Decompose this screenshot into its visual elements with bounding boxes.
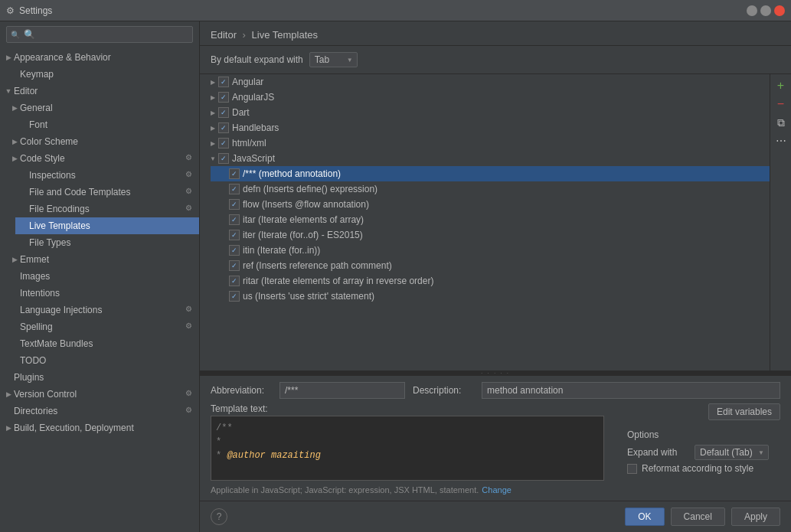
sidebar-item-label: Directories — [14, 406, 57, 416]
group-label: JavaScript — [232, 153, 275, 164]
template-item-flow[interactable]: flow (Inserts @flow annotation) — [211, 197, 770, 212]
item-checkbox[interactable] — [229, 291, 240, 302]
expand-select[interactable]: Tab Enter Space — [309, 52, 358, 67]
sidebar-item-todo[interactable]: TODO — [6, 352, 199, 369]
item-spacer — [218, 214, 229, 225]
sidebar-item-live-templates[interactable]: Live Templates — [15, 217, 199, 234]
sidebar-item-directories[interactable]: Directories ⚙ — [0, 403, 199, 419]
remove-button[interactable]: − — [773, 96, 789, 113]
tree-spacer — [18, 204, 29, 214]
group-label: AngularJS — [232, 92, 274, 103]
group-checkbox[interactable] — [218, 122, 229, 133]
action-buttons: + − ⧉ ⋯ — [770, 74, 791, 370]
sidebar-item-language-injections[interactable]: Language Injections ⚙ — [6, 302, 199, 318]
cancel-button[interactable]: Cancel — [671, 508, 725, 526]
sidebar-item-intentions[interactable]: Intentions — [6, 285, 199, 302]
more-button[interactable]: ⋯ — [773, 132, 789, 149]
template-item-defn[interactable]: defn (Inserts define() expression) — [211, 181, 770, 197]
search-input[interactable] — [6, 26, 193, 43]
edit-variables-button[interactable]: Edit variables — [708, 403, 780, 420]
template-item-ritar[interactable]: ritar (Iterate elements of array in reve… — [211, 273, 770, 289]
group-checkbox[interactable] — [218, 77, 229, 87]
template-group-dart[interactable]: Dart — [200, 105, 770, 120]
item-checkbox[interactable] — [229, 214, 240, 225]
item-checkbox[interactable] — [229, 245, 240, 256]
options-title: Options — [627, 429, 780, 440]
item-label: flow (Inserts @flow annotation) — [243, 199, 369, 210]
sidebar-item-editor[interactable]: Editor — [0, 83, 199, 100]
gear-icon: ⚙ — [185, 153, 196, 164]
sidebar-item-code-style[interactable]: Code Style ⚙ — [6, 150, 199, 167]
group-checkbox[interactable] — [218, 138, 229, 149]
help-button[interactable]: ? — [211, 508, 227, 525]
item-checkbox[interactable] — [229, 184, 240, 194]
apply-button[interactable]: Apply — [731, 508, 780, 526]
tree-arrow-icon — [9, 136, 20, 147]
maximize-button[interactable] — [760, 5, 771, 16]
sidebar-item-label: Build, Execution, Deployment — [14, 423, 134, 433]
group-arrow-icon — [208, 122, 218, 133]
sidebar-item-label: Plugins — [14, 372, 44, 383]
abbreviation-input[interactable] — [279, 382, 405, 399]
reformat-row: Reformat according to style — [627, 463, 780, 474]
sidebar-item-plugins[interactable]: Plugins — [0, 369, 199, 386]
description-label: Description: — [413, 385, 474, 396]
reformat-label: Reformat according to style — [642, 463, 753, 474]
reformat-checkbox[interactable] — [627, 464, 637, 474]
item-checkbox[interactable] — [229, 260, 240, 271]
options-section: Options Expand with Default (Tab) Tab En… — [627, 429, 780, 474]
ok-button[interactable]: OK — [625, 508, 664, 526]
item-spacer — [218, 184, 229, 194]
minimize-button[interactable] — [747, 5, 757, 16]
group-checkbox[interactable] — [218, 107, 229, 118]
tree-arrow-icon — [3, 52, 14, 63]
template-item-itar[interactable]: itar (Iterate elements of array) — [211, 212, 770, 227]
copy-button[interactable]: ⧉ — [773, 114, 789, 131]
sidebar-item-font[interactable]: Font — [15, 116, 199, 133]
group-arrow-icon — [208, 107, 218, 118]
sidebar-item-spelling[interactable]: Spelling ⚙ — [6, 318, 199, 335]
close-button[interactable] — [774, 5, 785, 16]
item-checkbox[interactable] — [229, 276, 240, 286]
sidebar-item-file-types[interactable]: File Types — [15, 234, 199, 251]
sidebar-item-file-code-templates[interactable]: File and Code Templates ⚙ — [15, 184, 199, 201]
group-checkbox[interactable] — [218, 92, 229, 103]
sidebar-item-color-scheme[interactable]: Color Scheme — [6, 133, 199, 150]
item-checkbox[interactable] — [229, 168, 240, 179]
sidebar-item-emmet[interactable]: Emmet — [6, 251, 199, 268]
sidebar-item-appearance[interactable]: Appearance & Behavior — [0, 49, 199, 66]
template-group-angular[interactable]: Angular — [200, 74, 770, 90]
item-checkbox[interactable] — [229, 199, 240, 210]
sidebar-item-file-encodings[interactable]: File Encodings ⚙ — [15, 201, 199, 217]
sidebar-item-images[interactable]: Images — [6, 268, 199, 285]
group-checkbox[interactable] — [218, 153, 229, 164]
template-group-javascript[interactable]: JavaScript — [200, 151, 770, 166]
title-bar: ⚙ Settings — [0, 0, 791, 21]
expand-with-label: Expand with — [627, 447, 688, 458]
description-input[interactable] — [482, 382, 780, 399]
template-item-itin[interactable]: itin (Iterate (for..in)) — [211, 243, 770, 258]
sidebar-item-label: General — [20, 103, 53, 113]
template-item-method-annotation[interactable]: /*** (method annotation) — [211, 166, 770, 181]
template-group-handlebars[interactable]: Handlebars — [200, 120, 770, 135]
template-item-us[interactable]: us (Inserts 'use strict' statement) — [211, 289, 770, 304]
tree-spacer — [9, 288, 20, 299]
sidebar-item-general[interactable]: General — [6, 100, 199, 116]
change-link[interactable]: Change — [482, 485, 512, 494]
sidebar-item-textmate[interactable]: TextMate Bundles — [6, 335, 199, 352]
sidebar-item-inspections[interactable]: Inspections ⚙ — [15, 167, 199, 184]
template-group-angularjs[interactable]: AngularJS — [200, 90, 770, 105]
sidebar-item-version-control[interactable]: Version Control ⚙ — [0, 386, 199, 403]
item-checkbox[interactable] — [229, 230, 240, 240]
sidebar-item-label: Color Scheme — [20, 136, 78, 147]
sidebar-item-build[interactable]: Build, Execution, Deployment — [0, 419, 199, 436]
tree-arrow-icon — [3, 389, 14, 400]
template-item-iter[interactable]: iter (Iterate (for..of) - ES2015) — [211, 227, 770, 243]
template-text-label: Template text: — [211, 403, 604, 414]
add-button[interactable]: + — [773, 77, 789, 94]
expand-with-select[interactable]: Default (Tab) Tab Enter Space — [695, 445, 769, 460]
sidebar-item-keymap[interactable]: Keymap — [6, 66, 199, 83]
sidebar-item-label: Code Style — [20, 153, 65, 164]
template-item-ref[interactable]: ref (Inserts reference path comment) — [211, 258, 770, 273]
template-group-htmlxml[interactable]: html/xml — [200, 135, 770, 151]
